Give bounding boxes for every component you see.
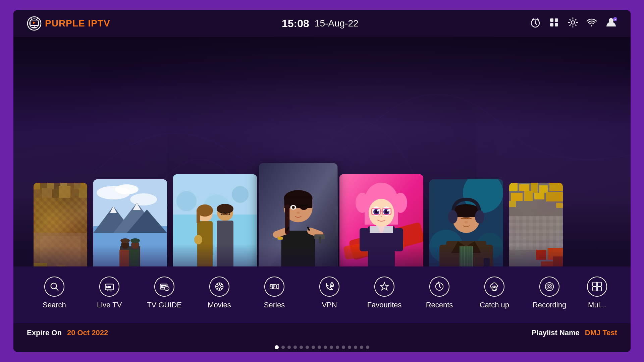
pagination bbox=[13, 343, 631, 352]
user-icon[interactable]: ★ bbox=[605, 16, 617, 31]
nav-item-catch-up[interactable]: Catch up bbox=[467, 273, 522, 313]
svg-point-57 bbox=[130, 238, 140, 243]
nav-item-search[interactable]: Search bbox=[27, 273, 82, 313]
nav-bar: Search LIVE Live TV bbox=[13, 266, 631, 323]
svg-text:LIVE: LIVE bbox=[107, 286, 111, 288]
pagination-dot-6[interactable] bbox=[312, 346, 315, 349]
footer: Expire On 20 Oct 2022 Playlist Name DMJ … bbox=[13, 323, 631, 343]
pagination-dot-14[interactable] bbox=[360, 346, 363, 349]
pagination-dot-7[interactable] bbox=[318, 346, 321, 349]
pagination-dot-11[interactable] bbox=[342, 346, 345, 349]
carousel-card-6[interactable] bbox=[429, 179, 503, 266]
pagination-dot-13[interactable] bbox=[354, 346, 357, 349]
svg-point-187 bbox=[271, 285, 273, 287]
wifi-icon[interactable] bbox=[586, 17, 597, 30]
multiscreen-icon bbox=[592, 282, 602, 292]
carousel-card-5[interactable] bbox=[339, 174, 423, 266]
svg-rect-201 bbox=[593, 287, 597, 291]
nav-item-recording[interactable]: Recording bbox=[522, 273, 577, 313]
svg-point-103 bbox=[369, 199, 394, 227]
alarm-icon[interactable] bbox=[530, 17, 541, 30]
vpn-icon bbox=[324, 282, 334, 292]
nav-label-series: Series bbox=[264, 301, 285, 309]
search-icon bbox=[49, 282, 59, 292]
tv-guide-icon-circle bbox=[154, 277, 174, 297]
svg-rect-146 bbox=[511, 193, 523, 201]
nav-label-movies: Movies bbox=[208, 301, 231, 309]
svg-line-182 bbox=[221, 288, 222, 289]
svg-rect-118 bbox=[360, 228, 369, 251]
carousel-card-center[interactable] bbox=[259, 163, 337, 266]
svg-line-181 bbox=[217, 284, 218, 285]
svg-marker-192 bbox=[380, 283, 388, 290]
svg-point-123 bbox=[429, 230, 463, 263]
pagination-dot-1[interactable] bbox=[281, 346, 285, 349]
svg-rect-149 bbox=[546, 192, 563, 201]
svg-point-134 bbox=[465, 221, 468, 224]
series-icon bbox=[269, 282, 279, 292]
nav-item-tv-guide[interactable]: TV GUIDE bbox=[137, 273, 192, 313]
carousel-card-2[interactable] bbox=[93, 179, 167, 266]
nav-item-live-tv[interactable]: LIVE Live TV bbox=[82, 273, 137, 313]
pagination-dot-12[interactable] bbox=[348, 346, 351, 349]
nav-item-movies[interactable]: Movies bbox=[192, 273, 247, 313]
svg-point-45 bbox=[115, 184, 139, 194]
expire-value: 20 Oct 2022 bbox=[67, 328, 108, 337]
carousel-card-3[interactable] bbox=[173, 174, 257, 266]
nav-label-catch-up: Catch up bbox=[480, 301, 509, 309]
star-icon bbox=[379, 282, 389, 292]
svg-rect-199 bbox=[593, 282, 597, 286]
pagination-dot-10[interactable] bbox=[336, 346, 339, 349]
pagination-dot-9[interactable] bbox=[330, 346, 333, 349]
svg-rect-202 bbox=[597, 287, 601, 291]
card-1-art bbox=[34, 183, 87, 266]
svg-point-61 bbox=[232, 186, 249, 203]
card-2-art bbox=[93, 179, 167, 266]
svg-point-111 bbox=[387, 209, 389, 212]
svg-rect-33 bbox=[59, 186, 70, 198]
svg-marker-186 bbox=[276, 284, 279, 289]
svg-point-73 bbox=[194, 235, 202, 244]
header-date: 15-Aug-22 bbox=[315, 18, 359, 29]
pagination-dot-5[interactable] bbox=[306, 346, 309, 349]
movies-icon bbox=[214, 282, 224, 292]
svg-rect-92 bbox=[285, 238, 311, 266]
settings-icon[interactable] bbox=[568, 17, 578, 30]
tv-guide-icon bbox=[159, 282, 169, 292]
pagination-dot-2[interactable] bbox=[287, 346, 291, 349]
svg-rect-91 bbox=[277, 237, 283, 240]
nav-item-recents[interactable]: Recents bbox=[412, 273, 467, 313]
svg-point-197 bbox=[547, 284, 552, 289]
svg-rect-120 bbox=[370, 226, 393, 233]
nav-label-recents: Recents bbox=[426, 301, 453, 309]
recents-icon-circle bbox=[429, 277, 449, 297]
nav-item-favourites[interactable]: Favourites bbox=[357, 273, 412, 313]
svg-rect-128 bbox=[460, 246, 473, 266]
svg-rect-142 bbox=[519, 184, 529, 191]
nav-item-series[interactable]: Series bbox=[247, 273, 302, 313]
svg-rect-147 bbox=[524, 191, 533, 201]
header-icons: ★ bbox=[530, 16, 617, 31]
nav-item-multiscreen[interactable]: Mul... bbox=[577, 273, 617, 313]
pagination-dot-15[interactable] bbox=[366, 346, 369, 349]
svg-text:★: ★ bbox=[614, 18, 616, 21]
nav-item-vpn[interactable]: VPN bbox=[302, 273, 357, 313]
pagination-dot-3[interactable] bbox=[293, 346, 297, 349]
pagination-dot-4[interactable] bbox=[300, 346, 303, 349]
grid-icon[interactable] bbox=[549, 17, 559, 30]
svg-rect-144 bbox=[539, 185, 548, 193]
carousel-card-7[interactable] bbox=[509, 183, 563, 266]
nav-label-search: Search bbox=[43, 301, 66, 309]
svg-rect-158 bbox=[509, 201, 516, 207]
pagination-dot-8[interactable] bbox=[324, 346, 327, 349]
carousel-card-1[interactable] bbox=[34, 183, 87, 266]
main-container: PURPLE IPTV 15:08 15-Aug-22 bbox=[13, 10, 631, 352]
svg-rect-51 bbox=[120, 246, 140, 266]
svg-point-136 bbox=[475, 210, 484, 224]
pagination-dot-0[interactable] bbox=[275, 345, 279, 349]
svg-rect-32 bbox=[52, 189, 59, 198]
svg-point-90 bbox=[297, 212, 300, 214]
card-5-art bbox=[339, 174, 423, 266]
logo-iptv: IPTV bbox=[88, 18, 110, 28]
svg-point-176 bbox=[218, 285, 221, 288]
